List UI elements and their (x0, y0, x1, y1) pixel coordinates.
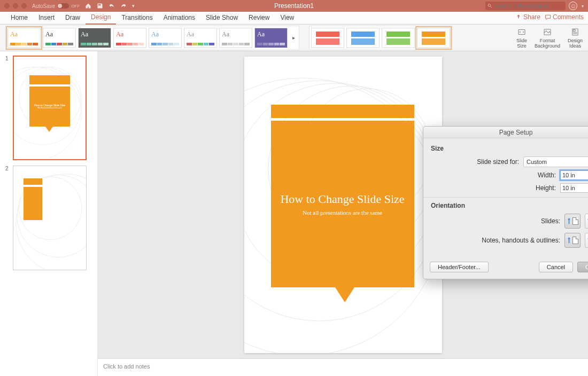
tab-animations[interactable]: Animations (158, 12, 200, 24)
height-input[interactable]: 10 in (560, 183, 588, 193)
design-tools: Slide Size Format Background Design Idea… (516, 27, 583, 49)
titlebar: AutoSave OFF ▾ Presentation1 ▾ (0, 0, 588, 12)
slide-size-icon (517, 27, 527, 37)
tab-home[interactable]: Home (5, 12, 33, 24)
width-label: Width: (538, 171, 556, 179)
slides-landscape-button[interactable] (585, 214, 588, 229)
search-input[interactable] (494, 3, 563, 9)
share-button[interactable]: Share (515, 13, 540, 21)
account-chevron-icon[interactable]: ▾ (582, 4, 584, 9)
format-bg-label: Format Background (535, 38, 560, 49)
window-controls[interactable] (0, 3, 27, 9)
thumb-number: 2 (5, 166, 10, 270)
ribbon-tabs: Home Insert Draw Design Transitions Anim… (0, 12, 588, 25)
variant-thumb[interactable] (311, 28, 344, 48)
undo-icon[interactable] (109, 3, 115, 9)
quick-access-toolbar: ▾ (85, 3, 135, 9)
design-ideas-label: Design Ideas (568, 38, 583, 49)
slide-title[interactable]: How to Change Slide Size (280, 192, 404, 206)
canvas-wrapper: How to Change Slide Size Not all present… (98, 51, 588, 376)
comment-icon (545, 14, 551, 20)
tab-design[interactable]: Design (86, 11, 116, 25)
theme-thumb[interactable]: Aa (43, 28, 76, 48)
themes-more-icon[interactable]: ▸ (290, 35, 297, 41)
qat-customize-icon[interactable]: ▾ (132, 3, 135, 9)
zoom-icon[interactable] (21, 3, 27, 9)
theme-thumb[interactable]: Aa (7, 28, 41, 48)
ribbon-design: Aa Aa Aa Aa Aa Aa Aa Aa ▸ Slide Size For… (0, 25, 588, 51)
close-icon[interactable] (4, 3, 10, 9)
svg-rect-7 (573, 29, 575, 31)
page-setup-dialog: Page Setup Size Slide sized for: Custom … (423, 126, 588, 279)
notes-landscape-button[interactable] (585, 233, 588, 248)
account-button[interactable] (569, 2, 577, 10)
slide-size-button[interactable]: Slide Size (516, 27, 527, 49)
arrow-up-icon (567, 237, 571, 244)
theme-thumb[interactable]: Aa (78, 28, 111, 48)
cancel-button[interactable]: Cancel (539, 262, 573, 272)
svg-point-1 (571, 4, 575, 8)
slide-title-box[interactable]: How to Change Slide Size Not all present… (271, 121, 414, 287)
width-input[interactable]: 10 in (560, 170, 588, 180)
size-section-label: Size (431, 145, 588, 152)
design-ideas-button[interactable]: Design Ideas (568, 27, 583, 49)
variant-thumb[interactable] (382, 28, 415, 48)
tab-transitions[interactable]: Transitions (116, 12, 158, 24)
comments-label: Comments (553, 13, 584, 21)
svg-point-0 (488, 4, 491, 7)
arrow-up-icon (567, 217, 571, 225)
slide-thumbnails-panel[interactable]: 1 How to Change Slide SizeNot all presen… (0, 51, 98, 376)
slide-thumbnail[interactable] (13, 166, 87, 270)
svg-point-3 (574, 5, 574, 5)
minimize-icon[interactable] (13, 3, 18, 9)
tab-view[interactable]: View (275, 12, 299, 24)
theme-thumb[interactable]: Aa (184, 28, 217, 48)
notes-portrait-button[interactable] (564, 233, 581, 248)
autosave-switch[interactable] (57, 3, 69, 9)
home-icon[interactable] (85, 3, 91, 9)
redo-icon[interactable] (120, 3, 127, 9)
speech-tail-icon (335, 287, 354, 302)
tab-review[interactable]: Review (243, 12, 275, 24)
theme-thumb[interactable]: Aa (149, 28, 182, 48)
thumb-number: 1 (5, 56, 10, 160)
slide-size-label: Slide Size (516, 38, 527, 49)
page-portrait-icon (572, 217, 578, 225)
main-area: 1 How to Change Slide SizeNot all presen… (0, 51, 588, 376)
search-input-wrapper[interactable] (485, 2, 566, 10)
tab-slideshow[interactable]: Slide Show (200, 12, 243, 24)
theme-thumb[interactable]: Aa (254, 28, 288, 48)
slide-canvas[interactable]: How to Change Slide Size Not all present… (98, 51, 588, 358)
theme-thumb[interactable]: Aa (219, 28, 252, 48)
autosave-state: OFF (71, 4, 80, 9)
notes-pane[interactable]: Click to add notes (98, 358, 588, 376)
slide-thumbnail[interactable]: How to Change Slide SizeNot all presenta… (13, 56, 87, 160)
format-bg-icon (543, 27, 552, 37)
document-title: Presentation1 (274, 2, 314, 10)
variant-thumb[interactable] (417, 28, 450, 48)
themes-gallery[interactable]: Aa Aa Aa Aa Aa Aa Aa Aa ▸ (5, 26, 299, 50)
theme-thumb[interactable]: Aa (113, 28, 146, 48)
slide-subtitle[interactable]: Not all presentations are the same (303, 209, 382, 216)
comments-button[interactable]: Comments (545, 13, 584, 21)
slide-header-bar (271, 105, 414, 118)
format-background-button[interactable]: Format Background (535, 27, 560, 49)
autosave-label: AutoSave (32, 3, 55, 9)
sized-for-select[interactable]: Custom ⌄ (523, 156, 588, 167)
autosave-toggle[interactable]: AutoSave OFF (32, 3, 80, 9)
variant-thumb[interactable] (346, 28, 380, 48)
dialog-title: Page Setup (423, 127, 588, 138)
tab-insert[interactable]: Insert (33, 12, 60, 24)
tab-draw[interactable]: Draw (60, 12, 86, 24)
slides-portrait-button[interactable] (564, 214, 581, 229)
slide[interactable]: How to Change Slide Size Not all present… (244, 57, 442, 353)
arrow-up-icon (586, 237, 589, 244)
ok-button[interactable]: OK (577, 262, 588, 272)
variants-gallery[interactable] (309, 26, 452, 50)
svg-point-2 (572, 5, 572, 5)
arrow-up-icon (586, 217, 589, 225)
save-icon[interactable] (97, 3, 103, 9)
sized-for-value: Custom (527, 159, 547, 165)
sized-for-label: Slide sized for: (477, 158, 519, 166)
header-footer-button[interactable]: Header/Footer... (430, 262, 489, 272)
